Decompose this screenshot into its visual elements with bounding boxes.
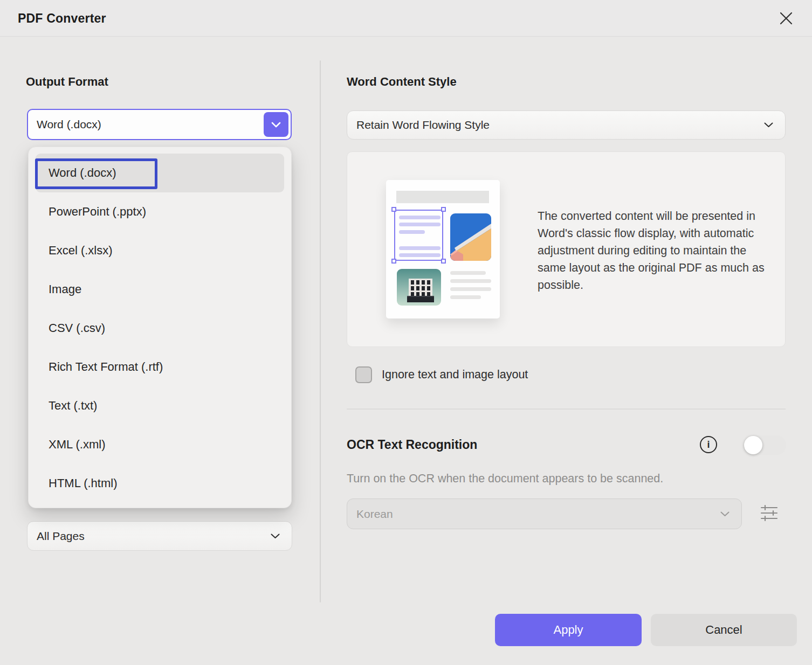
selection-handle xyxy=(441,207,446,212)
ocr-language-value: Korean xyxy=(356,508,393,521)
style-description: The converted content will be presented … xyxy=(538,207,770,294)
ocr-title: OCR Text Recognition xyxy=(347,438,477,452)
ocr-advanced-settings-button[interactable] xyxy=(758,502,780,524)
output-format-value: Word (.docx) xyxy=(37,118,101,131)
close-icon xyxy=(778,10,794,26)
info-icon[interactable]: i xyxy=(700,436,717,453)
text-line xyxy=(399,230,425,234)
text-line xyxy=(399,246,441,250)
format-option-powerpoint[interactable]: PowerPoint (.pptx) xyxy=(36,192,284,231)
chevron-down-icon xyxy=(271,534,280,539)
text-line xyxy=(450,271,486,275)
selection-handle xyxy=(441,259,446,264)
format-option-xml[interactable]: XML (.xml) xyxy=(36,425,284,464)
format-option-excel[interactable]: Excel (.xlsx) xyxy=(36,231,284,270)
format-option-txt[interactable]: Text (.txt) xyxy=(36,386,284,425)
word-content-style-label: Word Content Style xyxy=(347,75,457,89)
option-label: Rich Text Format (.rtf) xyxy=(49,360,163,374)
content-style-value: Retain Word Flowing Style xyxy=(356,119,490,131)
text-line xyxy=(399,223,441,226)
content-style-select[interactable]: Retain Word Flowing Style xyxy=(347,110,786,140)
output-format-select[interactable]: Word (.docx) xyxy=(27,109,292,140)
text-line xyxy=(399,216,441,219)
close-button[interactable] xyxy=(772,0,800,37)
format-options-list: Word (.docx) PowerPoint (.pptx) Excel (.… xyxy=(28,147,292,508)
toggle-knob xyxy=(744,436,762,454)
chevron-down-icon xyxy=(271,122,281,128)
format-option-word[interactable]: Word (.docx) xyxy=(36,154,284,192)
preview-title-placeholder xyxy=(396,191,489,203)
option-label: HTML (.html) xyxy=(49,476,118,490)
format-dropdown-button[interactable] xyxy=(264,112,288,137)
option-label: XML (.xml) xyxy=(49,438,106,452)
chevron-down-icon xyxy=(720,511,730,517)
window-title: PDF Converter xyxy=(18,0,106,37)
title-bar: PDF Converter xyxy=(0,0,812,37)
page-range-value: All Pages xyxy=(37,530,85,543)
sliders-icon xyxy=(759,503,779,523)
ignore-layout-checkbox[interactable] xyxy=(355,366,372,383)
preview-photo-facade xyxy=(397,269,441,306)
cancel-button[interactable]: Cancel xyxy=(651,614,797,646)
format-option-html[interactable]: HTML (.html) xyxy=(36,464,284,503)
page-range-select[interactable]: All Pages xyxy=(27,521,292,551)
option-label: Word (.docx) xyxy=(49,166,116,180)
option-label: Text (.txt) xyxy=(49,399,97,413)
chevron-down-icon xyxy=(764,122,773,128)
ocr-hint: Turn on the OCR when the document appear… xyxy=(347,472,663,486)
option-label: PowerPoint (.pptx) xyxy=(49,205,146,219)
output-format-label: Output Format xyxy=(26,75,108,89)
option-label: CSV (.csv) xyxy=(49,321,105,335)
text-line xyxy=(450,287,491,291)
option-label: Excel (.xlsx) xyxy=(49,244,113,258)
column-divider xyxy=(320,60,321,602)
preview-photo-building xyxy=(450,213,491,261)
ocr-language-select: Korean xyxy=(347,498,742,529)
style-preview-card: The converted content will be presented … xyxy=(347,151,786,347)
text-line xyxy=(399,253,441,257)
option-label: Image xyxy=(49,282,81,296)
preview-text-selection-box xyxy=(394,210,443,261)
document-preview-illustration xyxy=(386,180,500,318)
ocr-toggle[interactable] xyxy=(744,435,786,455)
text-line xyxy=(450,295,481,299)
selection-handle xyxy=(391,207,396,212)
selection-handle xyxy=(391,259,396,264)
format-option-image[interactable]: Image xyxy=(36,270,284,309)
ignore-layout-label: Ignore text and image layout xyxy=(382,366,528,383)
text-line xyxy=(450,279,491,283)
apply-button[interactable]: Apply xyxy=(495,614,642,646)
format-option-csv[interactable]: CSV (.csv) xyxy=(36,309,284,348)
section-divider xyxy=(347,408,786,410)
format-option-rtf[interactable]: Rich Text Format (.rtf) xyxy=(36,348,284,386)
